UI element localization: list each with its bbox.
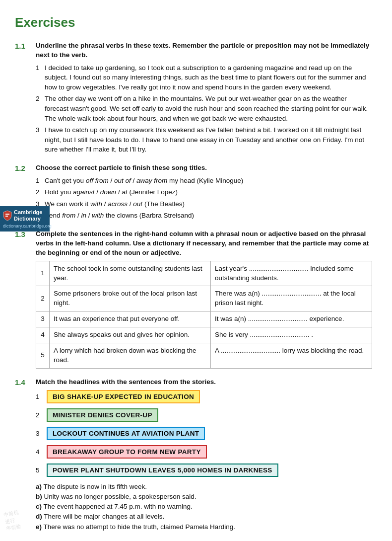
headline-box: BREAKAWAY GROUP TO FORM NEW PARTY (47, 445, 207, 459)
table-left-cell: Some prisoners broke out of the local pr… (50, 286, 211, 311)
list-item: 4 Send from / in / with the clowns (Barb… (36, 211, 372, 221)
exercise-1-2-list: 1 Can't get you off from / out of / away… (36, 176, 372, 221)
list-item: 3 We can work it with / across / out (Th… (36, 199, 372, 209)
exercise-number-1-1: 1.1 (15, 42, 36, 50)
exercise-number-1-4: 1.4 (15, 378, 36, 386)
exercise-instruction-1-2: Choose the correct particle to finish th… (36, 163, 207, 173)
cambridge-badge[interactable]: CambridgeDictionary dictionary.cambridge… (0, 206, 50, 232)
page-title: Exercises (15, 15, 372, 30)
exercise-instruction-1-1: Underline the phrasal verbs in these tex… (36, 41, 372, 60)
exercise-1-4: 1.4 Match the headlines with the sentenc… (15, 378, 372, 532)
table-row: 1 The school took in some outstanding st… (36, 261, 372, 286)
headline-box: MINISTER DENIES COVER-UP (47, 408, 158, 422)
headline-item: 5 POWER PLANT SHUTDOWN LEAVES 5,000 HOME… (36, 464, 372, 477)
headline-box: LOCKOUT CONTINUES AT AVIATION PLANT (47, 427, 205, 440)
cambridge-name: CambridgeDictionary (14, 209, 42, 222)
headline-num: 2 (36, 411, 47, 419)
table-row-num: 1 (36, 261, 50, 286)
exercise-1-1-content: 1 I decided to take up gardening, so I t… (36, 63, 372, 155)
headline-num: 5 (36, 466, 47, 474)
headline-box: BIG SHAKE-UP EXPECTED IN EDUCATION (47, 390, 200, 403)
headline-num: 1 (36, 393, 47, 400)
headline-num: 4 (36, 448, 47, 456)
list-item: 2 The other day we went off on a hike in… (36, 94, 372, 123)
list-item: 2 Hold you against / down / at (Jennifer… (36, 187, 372, 197)
exercise-1-2-content: 1 Can't get you off from / out of / away… (36, 176, 372, 221)
headline-list: 1 BIG SHAKE-UP EXPECTED IN EDUCATION 2 M… (36, 390, 372, 477)
cambridge-url: dictionary.cambridge.org (3, 224, 47, 229)
headline-num: 3 (36, 430, 47, 437)
table-right-cell: There was a(n) .........................… (211, 286, 372, 311)
exercise-1-4-headlines: 1 BIG SHAKE-UP EXPECTED IN EDUCATION 2 M… (36, 390, 372, 477)
table-left-cell: She always speaks out and gives her opin… (50, 327, 211, 343)
exercise-1-3-content: 1 The school took in some outstanding st… (36, 261, 372, 369)
table-row: 2 Some prisoners broke out of the local … (36, 286, 372, 311)
headline-item: 2 MINISTER DENIES COVER-UP (36, 408, 372, 422)
table-row-num: 4 (36, 327, 50, 343)
exercise-1-2: 1.2 Choose the correct particle to finis… (15, 163, 372, 221)
list-item: e) There was no attempt to hide the trut… (36, 522, 372, 532)
exercise-1-3-table: 1 The school took in some outstanding st… (36, 261, 372, 369)
exercise-number-1-2: 1.2 (15, 164, 36, 172)
table-row: 3 It was an experience that put everyone… (36, 311, 372, 327)
list-item: b) Unity was no longer possible, a spoke… (36, 492, 372, 502)
table-left-cell: The school took in some outstanding stud… (50, 261, 211, 286)
table-right-cell: Last year's ............................… (211, 261, 372, 286)
headline-item: 1 BIG SHAKE-UP EXPECTED IN EDUCATION (36, 390, 372, 403)
exercise-1-1: 1.1 Underline the phrasal verbs in these… (15, 41, 372, 155)
table-left-cell: It was an experience that put everyone o… (50, 311, 211, 327)
list-item: 3 I have to catch up on my coursework th… (36, 125, 372, 155)
sentence-list: a) The dispute is now in its fifth week.… (36, 482, 372, 532)
table-right-cell: She is very ............................… (211, 327, 372, 343)
table-row-num: 5 (36, 343, 50, 369)
table-row: 4 She always speaks out and gives her op… (36, 327, 372, 343)
table-row: 5 A lorry which had broken down was bloc… (36, 343, 372, 369)
exercise-1-3: 1.3 Complete the sentences in the right-… (15, 230, 372, 369)
list-item: d) There will be major changes at all le… (36, 512, 372, 522)
exercise-instruction-1-4: Match the headlines with the sentences f… (36, 378, 216, 387)
headline-item: 4 BREAKAWAY GROUP TO FORM NEW PARTY (36, 445, 372, 459)
cambridge-shield-icon (3, 210, 12, 221)
table-right-cell: A ................................ lorry… (211, 343, 372, 369)
list-item: a) The dispute is now in its fifth week. (36, 482, 372, 492)
table-row-num: 2 (36, 286, 50, 311)
table-row-num: 3 (36, 311, 50, 327)
list-item: 1 Can't get you off from / out of / away… (36, 176, 372, 186)
list-item: c) The event happened at 7.45 p.m. with … (36, 502, 372, 512)
table-right-cell: It was a(n) ............................… (211, 311, 372, 327)
exercise-instruction-1-3: Complete the sentences in the right-hand… (36, 230, 372, 258)
exercise-1-1-list: 1 I decided to take up gardening, so I t… (36, 63, 372, 155)
table-left-cell: A lorry which had broken down was blocki… (50, 343, 211, 369)
headline-box: POWER PLANT SHUTDOWN LEAVES 5,000 HOMES … (47, 464, 278, 477)
list-item: 1 I decided to take up gardening, so I t… (36, 63, 372, 92)
headline-item: 3 LOCKOUT CONTINUES AT AVIATION PLANT (36, 427, 372, 440)
